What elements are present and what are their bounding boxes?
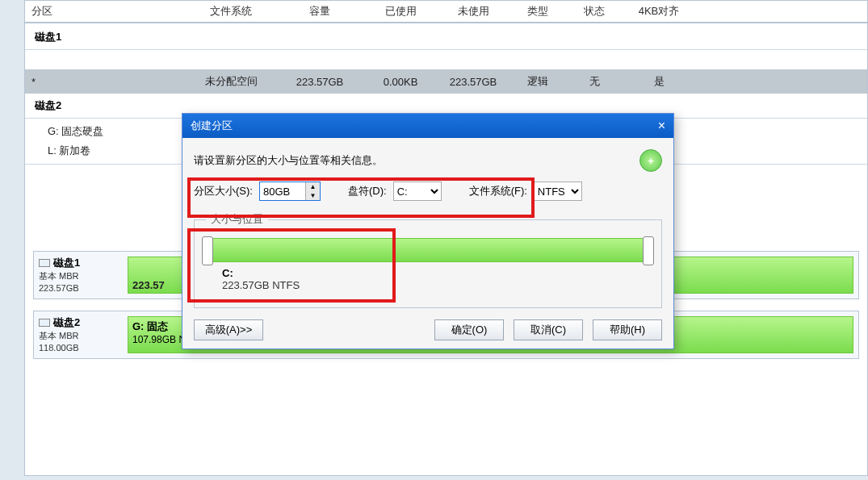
row-state: 无 [566,74,623,89]
row-name: * [25,76,187,88]
col-4kb: 4KB对齐 [623,4,695,19]
disk1-bar-text: 223.57 [132,279,165,291]
size-input[interactable] [260,182,305,200]
col-state: 状态 [566,4,623,19]
ok-button[interactable]: 确定(O) [434,319,504,340]
disk2-bar-sub2: 118.00GB [39,342,118,354]
prompt-row: 请设置新分区的大小与位置等相关信息。 + [194,149,662,172]
chevron-up-icon[interactable]: ▲ [306,182,320,191]
dialog-title-bar[interactable]: 创建分区 × [182,114,673,138]
row-cap: 223.57GB [275,76,364,88]
size-spinner[interactable]: ▲ ▼ [259,182,321,201]
disk2-bar-sub1: 基本 MBR [39,330,118,342]
disk2-part-label: G: 固态 [132,319,168,334]
letter-label: 盘符(D): [348,184,387,198]
disk-icon [39,319,50,327]
row-used: 0.00KB [364,76,437,88]
column-headers: 分区 文件系统 容量 已使用 未使用 类型 状态 4KB对齐 [25,1,867,23]
disk1-bar-name: 磁盘1 [53,257,80,269]
col-used: 已使用 [364,4,437,19]
close-icon[interactable]: × [658,119,665,133]
slider-caption: C: 223.57GB NTFS [206,267,650,291]
filesystem-select[interactable]: NTFS [534,182,582,201]
cancel-button[interactable]: 取消(C) [514,319,583,340]
slider-handle-right[interactable] [643,236,654,265]
disk-icon [39,259,50,267]
col-capacity: 容量 [275,4,364,19]
row-unused: 223.57GB [437,76,509,88]
disk1-bar-sub2: 223.57GB [39,282,118,294]
disk2-bar-info: 磁盘2 基本 MBR 118.00GB [34,312,123,357]
size-label: 分区大小(S): [194,184,253,198]
create-partition-dialog: 创建分区 × 请设置新分区的大小与位置等相关信息。 + 分区大小(S): ▲ ▼… [182,113,674,349]
drive-letter-select[interactable]: C: [393,182,442,201]
fs-label: 文件系统(F): [469,184,527,198]
dialog-prompt: 请设置新分区的大小与位置等相关信息。 [194,153,383,168]
dialog-size-row: 分区大小(S): ▲ ▼ 盘符(D): C: 文件系统(F): NTFS [194,182,662,201]
slider-handle-left[interactable] [202,236,213,265]
help-button[interactable]: 帮助(H) [593,319,662,340]
size-position-group: 大小与位置 C: 223.57GB NTFS [194,212,662,308]
slider-partition-title: C: [222,267,650,279]
disk1-label[interactable]: 磁盘1 [25,25,867,50]
disk2-bar-name: 磁盘2 [53,316,80,328]
spinner-arrows[interactable]: ▲ ▼ [305,182,320,200]
col-unused: 未使用 [437,4,509,19]
disk1-bar-info: 磁盘1 基本 MBR 223.57GB [34,253,123,297]
partition-slider[interactable] [206,238,650,262]
col-partition: 分区 [25,4,187,19]
size-position-legend: 大小与位置 [206,212,268,227]
row-type: 逻辑 [509,74,566,89]
row-fs: 未分配空间 [187,74,275,89]
col-filesystem: 文件系统 [187,4,275,19]
dialog-body: 请设置新分区的大小与位置等相关信息。 + 分区大小(S): ▲ ▼ 盘符(D):… [182,138,673,349]
plus-icon: + [639,149,662,172]
dialog-footer: 高级(A)>> 确定(O) 取消(C) 帮助(H) [194,319,662,340]
dialog-title: 创建分区 [191,119,233,133]
row-align: 是 [623,74,695,89]
disk1-bar-sub1: 基本 MBR [39,270,118,282]
slider-partition-sub: 223.57GB NTFS [222,279,650,291]
chevron-down-icon[interactable]: ▼ [306,191,320,200]
col-type: 类型 [509,4,566,19]
unallocated-row[interactable]: * 未分配空间 223.57GB 0.00KB 223.57GB 逻辑 无 是 [25,69,867,94]
advanced-button[interactable]: 高级(A)>> [194,319,263,340]
